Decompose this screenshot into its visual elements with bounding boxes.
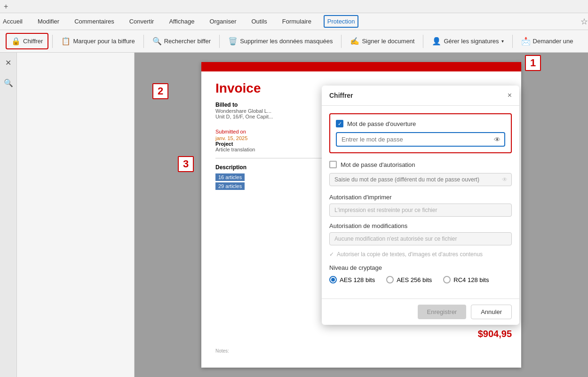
opening-password-checkbox-row[interactable]: ✓ Mot de passe d'ouverture <box>336 120 505 127</box>
copy-checkmark: ✓ <box>329 251 334 258</box>
auth-password-checkbox[interactable] <box>329 161 337 168</box>
aes128-radio[interactable]: AES 128 bits <box>329 276 375 283</box>
demander-label: Demander une <box>533 38 573 45</box>
marquer-button[interactable]: 📋 Marquer pour la biffure <box>56 34 139 48</box>
billed-to-label: Billed to <box>215 102 273 108</box>
gerer-chevron-icon: ▾ <box>501 39 504 44</box>
rechercher-button[interactable]: 🔍 Rechercher biffer <box>148 34 215 48</box>
thumbnail-panel <box>17 53 135 377</box>
auth-password-checkbox-row[interactable]: Mot de passe d'autorisation <box>329 161 512 168</box>
menu-convertir[interactable]: Convertir <box>127 16 157 27</box>
close-panel-icon[interactable]: ✕ <box>3 56 13 69</box>
print-permission-input <box>329 204 512 217</box>
pdf-page: Invoice Billed to Wondershare Global L..… <box>201 62 521 368</box>
signer-label: Signer le document <box>362 38 414 45</box>
signer-button[interactable]: ✍️ Signer le document <box>345 34 419 48</box>
marquer-label: Marquer pour la biffure <box>73 38 135 45</box>
gerer-label: Gérer les signatures <box>444 38 499 45</box>
new-tab-button[interactable]: + <box>4 2 8 11</box>
annotation-2: 2 <box>152 83 168 99</box>
auth-password-label: Mot de passe d'autorisation <box>341 161 415 168</box>
rc4128-radio[interactable]: RC4 128 bits <box>443 276 489 283</box>
opening-password-input-row[interactable]: 👁 <box>336 132 505 147</box>
annotation-3: 3 <box>178 156 194 172</box>
dialog-body: ✓ Mot de passe d'ouverture 👁 Mot de pass… <box>322 106 519 298</box>
top-bar: + <box>0 0 588 13</box>
desc-row-1: 16 articles <box>215 173 245 181</box>
main-layout: ✕ 🔍 1 2 Invoice Billed to Wondershare Gl… <box>0 53 588 377</box>
encryption-label: Niveau de cryptage <box>329 264 512 271</box>
company-address: Unit D, 16/F, One Capit... <box>215 114 273 119</box>
lock-icon: 🔒 <box>11 37 21 46</box>
aes256-radio[interactable]: AES 256 bits <box>386 276 432 283</box>
signer-icon: ✍️ <box>350 37 359 46</box>
marquer-icon: 📋 <box>61 37 71 46</box>
opening-password-label: Mot de passe d'ouverture <box>347 120 416 127</box>
auth-password-input-row: 👁 <box>329 173 512 186</box>
copy-row: ✓ Autoriser la copie de textes, d'images… <box>329 251 512 258</box>
toolbar-separator-6 <box>512 35 513 48</box>
left-sidebar: ✕ 🔍 <box>0 53 17 377</box>
pdf-notes: Notes: <box>215 348 229 353</box>
content-area: 1 2 Invoice Billed to Wondershare Global… <box>135 53 588 377</box>
chiffrer-label: Chiffrer <box>23 38 43 45</box>
modify-permission-input <box>329 232 512 245</box>
dialog-footer: Enregistrer Annuler <box>322 298 519 325</box>
chiffrer-button[interactable]: 🔒 Chiffrer <box>6 33 48 49</box>
grand-total: $904,95 <box>478 329 512 339</box>
aes256-label: AES 256 bits <box>397 276 432 283</box>
rechercher-label: Rechercher biffer <box>164 38 211 45</box>
opening-password-checkbox[interactable]: ✓ <box>336 120 343 127</box>
auth-toggle-icon: 👁 <box>498 174 511 185</box>
gerer-button[interactable]: 👤 Gérer les signatures ▾ <box>427 34 508 48</box>
annotation-1: 1 <box>525 55 541 71</box>
supprimer-label: Supprimer les données masquées <box>240 38 333 45</box>
encryption-radio-row: AES 128 bits AES 256 bits RC4 128 bits <box>329 276 512 283</box>
rechercher-icon: 🔍 <box>152 37 162 46</box>
menu-protection[interactable]: Protection <box>324 15 359 28</box>
desc-row-2: 29 articles <box>215 182 245 190</box>
modify-permission-section: Autorisation de modifications <box>329 222 512 245</box>
auth-password-input <box>330 173 498 186</box>
gerer-icon: 👤 <box>432 37 441 46</box>
demander-button[interactable]: 📩 Demander une <box>516 34 578 48</box>
menu-organiser[interactable]: Organiser <box>207 16 239 27</box>
rc4128-label: RC4 128 bits <box>453 276 489 283</box>
cancel-button[interactable]: Annuler <box>471 305 512 319</box>
dialog-title: Chiffrer <box>329 92 353 99</box>
toolbar-separator-4 <box>341 35 342 48</box>
copy-label: Autoriser la copie de textes, d'images e… <box>337 251 483 258</box>
toolbar: 🔒 Chiffrer 📋 Marquer pour la biffure 🔍 R… <box>0 30 588 53</box>
menu-bar: Accueil Modifier Commentaires Convertir … <box>0 13 588 30</box>
rc4128-radio-button[interactable] <box>443 276 451 283</box>
supprimer-button[interactable]: 🗑️ Supprimer les données masquées <box>223 34 337 48</box>
toolbar-separator-5 <box>423 35 423 48</box>
menu-modifier[interactable]: Modifier <box>35 16 62 27</box>
toolbar-separator-3 <box>219 35 220 48</box>
password-visibility-toggle[interactable]: 👁 <box>490 134 504 145</box>
search-icon[interactable]: 🔍 <box>2 77 15 89</box>
toolbar-separator-2 <box>143 35 144 48</box>
dialog-header: Chiffrer × <box>322 86 519 106</box>
demander-icon: 📩 <box>521 37 531 46</box>
menu-affichage[interactable]: Affichage <box>166 16 197 27</box>
save-button: Enregistrer <box>418 305 467 319</box>
pdf-header-bar <box>201 62 521 71</box>
chiffrer-dialog: Chiffrer × ✓ Mot de passe d'ouverture 👁 <box>322 86 519 325</box>
print-permission-section: Autorisation d'imprimer <box>329 194 512 217</box>
menu-outils[interactable]: Outils <box>249 16 270 27</box>
print-permission-label: Autorisation d'imprimer <box>329 194 512 201</box>
modify-permission-label: Autorisation de modifications <box>329 222 512 229</box>
dialog-close-button[interactable]: × <box>508 91 512 100</box>
settings-icon[interactable]: ☆ <box>580 16 588 27</box>
company-name: Wondershare Global L... <box>215 108 273 114</box>
toolbar-separator-1 <box>52 35 53 48</box>
menu-accueil[interactable]: Accueil <box>0 16 25 27</box>
aes256-radio-button[interactable] <box>386 276 394 283</box>
supprimer-icon: 🗑️ <box>228 37 238 46</box>
menu-commentaires[interactable]: Commentaires <box>72 16 117 27</box>
encryption-section: Niveau de cryptage AES 128 bits AES 256 … <box>329 264 512 283</box>
opening-password-input[interactable] <box>337 133 490 146</box>
menu-formulaire[interactable]: Formulaire <box>279 16 314 27</box>
aes128-radio-button[interactable] <box>329 276 337 283</box>
